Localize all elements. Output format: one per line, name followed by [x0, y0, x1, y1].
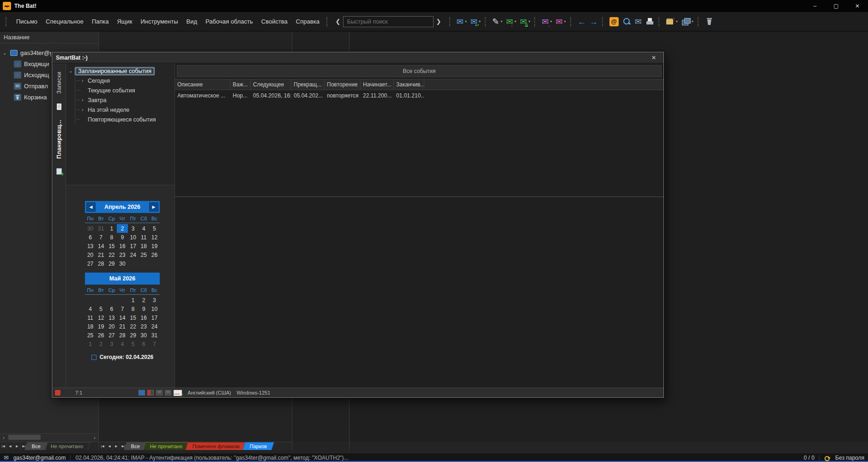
print-button[interactable] — [644, 15, 656, 29]
menu-item-6[interactable]: Рабочая область — [201, 16, 257, 27]
calendar-day-0-1-1[interactable]: 7 — [96, 233, 106, 242]
menu-item-2[interactable]: Папка — [88, 16, 113, 27]
message-view-tabbar-nav-0[interactable]: |◀ — [99, 442, 106, 450]
message-window-button[interactable]: ✉ — [633, 15, 643, 29]
calendar-day-0-0-2[interactable]: 1 — [106, 224, 117, 233]
password-status[interactable]: Без пароля — [835, 455, 864, 461]
calendar-day-0-4-3[interactable]: 30 — [117, 259, 127, 268]
calendar-day-0-4-0[interactable]: 27 — [85, 259, 96, 268]
calendar-day-0-3-4[interactable]: 24 — [128, 250, 139, 259]
edit-templates-dropdown-icon[interactable]: ▾ — [500, 19, 502, 24]
events-tree-item-4[interactable]: Повторяющиеся события — [76, 115, 175, 124]
column-header-3[interactable]: Прекращ... — [291, 79, 325, 90]
calendar-day-0-2-3[interactable]: 16 — [117, 242, 127, 250]
calendar-day-1-2-0[interactable]: 11 — [85, 313, 96, 322]
scroll-left-button[interactable]: ‹ — [0, 435, 7, 440]
calendar-day-1-4-4[interactable]: 29 — [128, 331, 139, 340]
spellcheck-icon[interactable] — [174, 390, 182, 396]
calendar-day-0-0-5[interactable]: 4 — [139, 224, 149, 233]
get-new-mail-button[interactable]: ✉↓▾ — [505, 15, 518, 29]
calendar-day-1-2-2[interactable]: 13 — [106, 313, 117, 322]
calendar-day-1-4-1[interactable]: 26 — [96, 331, 106, 340]
column-header-6[interactable]: Заканчив... — [394, 79, 424, 90]
folder-view-tabbar-tab-1[interactable]: Не прочитано — [43, 442, 90, 450]
calendar-today-row[interactable]: Сегодня: 02.04.2026 — [85, 354, 160, 360]
calendar-day-0-4-2[interactable]: 29 — [106, 259, 117, 268]
calendar-day-1-5-3[interactable]: 4 — [117, 340, 127, 348]
next-message-button[interactable]: → — [588, 15, 599, 29]
calendar-day-0-3-0[interactable]: 20 — [85, 250, 96, 259]
get-new-mail-dropdown-icon[interactable]: ▾ — [514, 19, 516, 24]
view-split-icon[interactable] — [147, 390, 154, 395]
calendar-day-0-1-0[interactable]: 6 — [85, 233, 96, 242]
calendar-day-1-0-6[interactable]: 3 — [149, 296, 160, 304]
calendar-prev-button[interactable]: ◀ — [86, 202, 96, 212]
dialog-title-bar[interactable]: SmartBat :-) ✕ — [52, 52, 663, 63]
calendar-day-1-3-6[interactable]: 24 — [149, 322, 160, 331]
scrollbar-thumb[interactable] — [8, 435, 41, 440]
calendar-day-0-0-3[interactable]: 2 — [117, 224, 127, 233]
calendar-day-0-1-5[interactable]: 11 — [139, 233, 149, 242]
calendar-day-0-2-5[interactable]: 18 — [139, 242, 149, 250]
calendar-day-0-3-1[interactable]: 21 — [96, 250, 106, 259]
calendar-day-0-3-5[interactable]: 25 — [139, 250, 149, 259]
folder-view-tabbar-nav-2[interactable]: ▶ — [14, 442, 21, 450]
calendar-day-1-1-6[interactable]: 10 — [149, 304, 160, 313]
account-expand-icon[interactable]: ⌄ — [3, 50, 7, 55]
view-columns-icon[interactable] — [165, 390, 171, 395]
calendar-day-0-3-2[interactable]: 22 — [106, 250, 117, 259]
calendar-day-0-1-6[interactable]: 12 — [149, 233, 160, 242]
calendar-day-1-5-0[interactable]: 1 — [85, 340, 96, 348]
scroll-right-button[interactable]: › — [91, 435, 98, 440]
message-view-tabbar-tab-2[interactable]: Помечено флажком — [185, 442, 247, 450]
encoding-label[interactable]: Windows-1251 — [237, 390, 271, 395]
forward-button[interactable]: ✉→▾ — [540, 15, 553, 29]
view-table-icon[interactable] — [139, 390, 145, 395]
calendar-day-1-3-0[interactable]: 18 — [85, 322, 96, 331]
events-tree-root-expand-icon[interactable]: ⌄ — [69, 68, 73, 73]
calendar-day-1-5-4[interactable]: 5 — [128, 340, 139, 348]
edit-templates-button[interactable]: ✎▾ — [491, 15, 504, 29]
dictionary-language[interactable]: Английский (США) — [187, 390, 231, 395]
events-tree-item-0[interactable]: ›Сегодня — [76, 76, 175, 85]
calendar-day-1-2-6[interactable]: 17 — [149, 313, 160, 322]
reply-dropdown-icon[interactable]: ▾ — [479, 19, 481, 24]
tab-planner[interactable]: Планировщ... — [55, 116, 63, 163]
scrollbar-track[interactable] — [7, 434, 91, 441]
menu-item-0[interactable]: Письмо — [12, 16, 42, 27]
calendar-day-0-0-0[interactable]: 30 — [85, 224, 96, 233]
calendar-day-0-1-2[interactable]: 8 — [106, 233, 117, 242]
calendar-day-1-1-5[interactable]: 9 — [139, 304, 149, 313]
folder-view-tabbar-nav-0[interactable]: |◀ — [0, 442, 7, 450]
calendar-day-1-3-4[interactable]: 22 — [128, 322, 139, 331]
get-mail-all-button[interactable]: ✉⇊▾ — [518, 15, 531, 29]
tree-expand-icon-2[interactable]: › — [82, 97, 86, 103]
calendar-day-1-0-4[interactable]: 1 — [128, 296, 139, 304]
calendar-day-1-5-6[interactable]: 7 — [149, 340, 160, 348]
calendar-day-1-4-0[interactable]: 25 — [85, 331, 96, 340]
folder-view-tabbar-nav-1[interactable]: ◀ — [7, 442, 14, 450]
message-view-tabbar-nav-2[interactable]: ▶ — [113, 442, 120, 450]
calendar-day-0-2-1[interactable]: 14 — [96, 242, 106, 250]
calendar-day-0-0-6[interactable]: 5 — [149, 224, 160, 233]
folder-pane-scrollbar[interactable]: ‹ › — [0, 433, 99, 441]
events-tree-item-1[interactable]: Текущие события — [76, 85, 175, 95]
calendar-day-1-3-5[interactable]: 23 — [139, 322, 149, 331]
calendar-day-0-1-4[interactable]: 10 — [128, 233, 139, 242]
search-input[interactable] — [343, 16, 434, 27]
calendar-next-button[interactable]: ▶ — [149, 202, 158, 212]
menu-item-8[interactable]: Справка — [292, 16, 324, 27]
calendar-day-1-1-1[interactable]: 5 — [96, 304, 106, 313]
folder-column-header[interactable]: Название — [0, 31, 98, 43]
calendar-day-1-1-3[interactable]: 7 — [117, 304, 127, 313]
tree-expand-icon-0[interactable]: › — [82, 78, 86, 83]
search-messages-button[interactable] — [621, 15, 633, 29]
calendar-day-0-1-3[interactable]: 9 — [117, 233, 127, 242]
calendar-day-1-4-2[interactable]: 27 — [106, 331, 117, 340]
calendar-day-1-3-3[interactable]: 21 — [117, 322, 127, 331]
minimize-button[interactable]: – — [804, 0, 826, 12]
message-view-tabbar-nav-1[interactable]: ◀ — [106, 442, 113, 450]
status-account[interactable]: gas34ter@gmail.com — [13, 455, 66, 461]
calendar-day-0-2-0[interactable]: 13 — [85, 242, 96, 250]
today-checkbox[interactable] — [91, 355, 96, 360]
